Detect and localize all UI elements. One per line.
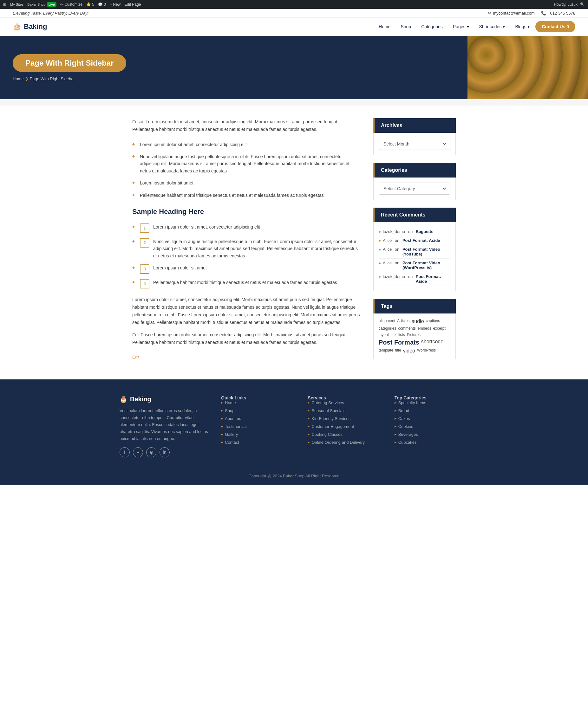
linkedin-button[interactable]: in bbox=[160, 447, 170, 457]
footer-link-contact[interactable]: Contact bbox=[225, 440, 239, 445]
footer-link-home[interactable]: Home bbox=[225, 400, 236, 405]
nav-home[interactable]: Home bbox=[374, 21, 395, 32]
my-sites-item[interactable]: My Sites bbox=[10, 3, 23, 6]
tag-item[interactable]: layout bbox=[379, 333, 389, 337]
nav-shop[interactable]: Shop bbox=[396, 21, 416, 32]
contact-us-button[interactable]: Contact Us 0 bbox=[535, 21, 575, 32]
footer-top-categories: Top Categories Specialty Items Bread Cak… bbox=[394, 395, 469, 457]
category-cupcakes[interactable]: Cupcakes bbox=[398, 440, 417, 445]
category-beverages[interactable]: Beverages bbox=[398, 432, 418, 437]
archives-body: Select Month bbox=[373, 133, 456, 155]
footer-link-item: Gallery bbox=[221, 432, 295, 437]
tag-item[interactable]: title bbox=[395, 348, 401, 354]
breadcrumb-home[interactable]: Home bbox=[13, 76, 24, 81]
tag-item[interactable]: categories bbox=[379, 326, 396, 331]
tag-item[interactable]: audio bbox=[411, 318, 424, 324]
intro-paragraph: Fusce Lorem ipsum dolor sit amet, consec… bbox=[132, 118, 361, 133]
chevron-down-icon: ▾ bbox=[467, 24, 469, 29]
tag-item[interactable]: Pictures bbox=[407, 333, 421, 337]
hero-title: Page With Right Sidebar bbox=[13, 54, 126, 72]
footer-link-testimonials[interactable]: Testimonials bbox=[225, 424, 248, 429]
nav-categories[interactable]: Categories bbox=[417, 21, 447, 32]
tag-item[interactable]: embeds bbox=[418, 326, 431, 331]
tag-item[interactable]: link bbox=[391, 333, 396, 337]
ordered-list-item: 3 Lorem ipsum dolor sit amet bbox=[132, 262, 361, 276]
footer-link-gallery[interactable]: Gallery bbox=[225, 432, 238, 437]
comment-item: Alice on Post Format: Video (YouTube) bbox=[379, 245, 450, 259]
main-container: Fusce Lorem ipsum dolor sit amet, consec… bbox=[119, 118, 469, 367]
tag-item[interactable]: comments bbox=[398, 326, 416, 331]
search-icon[interactable]: 🔍 bbox=[580, 2, 585, 7]
category-cookies[interactable]: Cookies bbox=[398, 424, 413, 429]
logo[interactable]: 🎂 Baking bbox=[13, 22, 47, 31]
admin-bar: ⊞ My Sites Baker Shop Live ✏ Customize ⭐… bbox=[0, 0, 588, 9]
breadcrumb: Home ❯ Page With Right Sidebar bbox=[13, 76, 455, 81]
copyright-text: Copyright @ 2024 Baker Shop All Right Re… bbox=[248, 474, 339, 478]
nav-shortcodes[interactable]: Shortcodes ▾ bbox=[475, 21, 510, 32]
service-customer[interactable]: Customer Engagement bbox=[312, 424, 354, 429]
list-item: Pellentesque habitant morbi tristique se… bbox=[132, 189, 361, 201]
footer-link-item: Contact bbox=[221, 440, 295, 445]
top-categories-title: Top Categories bbox=[394, 395, 469, 400]
categories-body: Select Category bbox=[373, 177, 456, 200]
footer-link-shop[interactable]: Shop bbox=[225, 408, 234, 413]
tag-item[interactable]: captions bbox=[426, 318, 440, 324]
facebook-button[interactable]: f bbox=[119, 447, 130, 457]
footer-services: Services Catering Services Seasonal Spec… bbox=[308, 395, 381, 457]
recent-comments-widget: Recent Comments luzuk_demo on Baguette A… bbox=[373, 208, 456, 291]
category-cakes[interactable]: Cakes bbox=[398, 416, 410, 421]
recent-comments-body: luzuk_demo on Baguette Alice on Post For… bbox=[373, 222, 456, 291]
category-specialty[interactable]: Specialty Items bbox=[398, 400, 426, 405]
tag-item[interactable]: excerpt bbox=[433, 326, 445, 331]
tag-item[interactable]: shortcode bbox=[421, 339, 443, 346]
quick-links-title: Quick Links bbox=[221, 395, 295, 400]
ordered-text-4: Pellentesque habitant morbi tristique se… bbox=[153, 279, 337, 286]
nav-blogs[interactable]: Blogs ▾ bbox=[511, 21, 534, 32]
wp-icon[interactable]: ⊞ bbox=[3, 2, 6, 7]
ordered-text-3: Lorem ipsum dolor sit amet bbox=[153, 265, 207, 271]
footer-category-item: Specialty Items bbox=[394, 400, 469, 405]
tag-item[interactable]: Articles bbox=[397, 318, 410, 324]
footer-link-about[interactable]: About us bbox=[225, 416, 241, 421]
ordered-text-2: Nunc vel ligula in augue tristique pelle… bbox=[153, 238, 361, 259]
service-catering[interactable]: Catering Services bbox=[312, 400, 344, 405]
tag-item[interactable]: WordPress bbox=[417, 348, 436, 354]
category-bread[interactable]: Bread bbox=[398, 408, 410, 413]
archives-title: Archives bbox=[373, 118, 456, 133]
tag-item[interactable]: Post Formats bbox=[379, 339, 419, 346]
tag-item[interactable]: lists bbox=[398, 333, 405, 337]
edit-link[interactable]: Edit bbox=[132, 355, 139, 359]
sidebar: Archives Select Month Categories Select … bbox=[373, 118, 456, 367]
bullet-list: Lorem ipsum dolor sit amet, consectetur … bbox=[132, 138, 361, 201]
comment-post-link[interactable]: Post Format: Video (WordPress.tv) bbox=[403, 260, 450, 270]
edit-page-item[interactable]: Edit Page bbox=[124, 2, 141, 7]
comment-post-link[interactable]: Post Format: Video (YouTube) bbox=[403, 247, 450, 256]
customize-item[interactable]: ✏ Customize bbox=[60, 2, 83, 7]
categories-select[interactable]: Select Category bbox=[379, 183, 450, 195]
comment-post-link[interactable]: Post Format: Aside bbox=[416, 274, 450, 284]
tag-item[interactable]: template bbox=[379, 348, 393, 354]
service-seasonal[interactable]: Seasonal Specials bbox=[312, 408, 345, 413]
instagram-button[interactable]: ◉ bbox=[146, 447, 156, 457]
tag-item[interactable]: alignment bbox=[379, 318, 395, 324]
tags-widget: Tags alignment Articles audio captions c… bbox=[373, 299, 456, 359]
categories-title: Categories bbox=[373, 163, 456, 177]
service-kid-friendly[interactable]: Kid-Friendly Services bbox=[312, 416, 351, 421]
comment-post-link[interactable]: Post Format: Aside bbox=[403, 238, 440, 243]
nav-pages[interactable]: Pages ▾ bbox=[448, 21, 474, 32]
service-ordering[interactable]: Online Ordering and Delivery bbox=[312, 440, 365, 445]
star-item[interactable]: ⭐ 5 bbox=[86, 2, 94, 7]
new-item[interactable]: + New bbox=[110, 2, 120, 7]
pinterest-button[interactable]: P bbox=[133, 447, 143, 457]
slogan-text: Elevating Taste, Every Pastry, Every Day… bbox=[13, 11, 89, 15]
baker-shop-item[interactable]: Baker Shop Live bbox=[27, 2, 56, 7]
footer-service-item: Customer Engagement bbox=[308, 424, 381, 429]
email-icon: ✉ bbox=[488, 11, 491, 15]
hero-image-bg bbox=[468, 36, 588, 99]
comments-item[interactable]: 💬 0 bbox=[98, 2, 106, 7]
service-cooking[interactable]: Cooking Classes bbox=[312, 432, 342, 437]
tag-item[interactable]: video bbox=[403, 348, 415, 354]
comment-post-link[interactable]: Baguette bbox=[416, 229, 434, 234]
archives-select[interactable]: Select Month bbox=[379, 138, 450, 150]
comment-item: Alice on Post Format: Aside bbox=[379, 236, 450, 245]
